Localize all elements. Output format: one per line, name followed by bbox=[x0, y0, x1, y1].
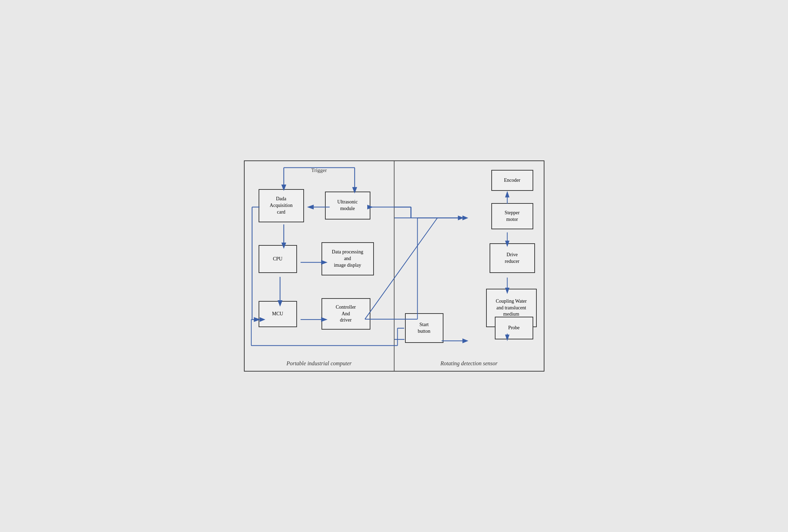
probe-box: Probe bbox=[495, 317, 533, 339]
stepper-box: Steppermotor bbox=[491, 203, 533, 229]
coupling-label: Coupling Waterand translucentmedium bbox=[496, 298, 527, 318]
encoder-label: Encoder bbox=[504, 177, 520, 184]
mcu-label: MCU bbox=[272, 311, 283, 317]
ultrasonic-label: Ultrasonicmodule bbox=[337, 199, 357, 212]
data-processing-box: Data processingandimage display bbox=[321, 242, 374, 275]
controller-box: ControllerAnddriver bbox=[321, 298, 370, 330]
cpu-label: CPU bbox=[273, 256, 282, 263]
stepper-label: Steppermotor bbox=[505, 210, 520, 223]
encoder-box: Encoder bbox=[491, 170, 533, 191]
probe-label: Probe bbox=[508, 325, 520, 331]
dada-acquisition-box: DadaAcquisitioncard bbox=[259, 189, 304, 222]
right-panel-label: Rotating detection sensor bbox=[440, 360, 498, 367]
diagram-wrapper: Trigger DadaAcquisitioncard Ultrasonicmo… bbox=[237, 153, 551, 379]
outer-container: Trigger DadaAcquisitioncard Ultrasonicmo… bbox=[244, 160, 544, 372]
controller-label: ControllerAnddriver bbox=[336, 304, 356, 324]
data-processing-label: Data processingandimage display bbox=[332, 249, 363, 269]
ultrasonic-box: Ultrasonicmodule bbox=[325, 192, 370, 220]
trigger-label: Trigger bbox=[311, 167, 327, 173]
drive-reducer-label: Drivereducer bbox=[505, 252, 520, 265]
left-panel: Trigger DadaAcquisitioncard Ultrasonicmo… bbox=[245, 161, 395, 371]
left-panel-label: Portable industrial computer bbox=[287, 360, 352, 367]
drive-reducer-box: Drivereducer bbox=[490, 243, 535, 273]
mcu-box: MCU bbox=[259, 301, 297, 327]
start-button-label: Startbutton bbox=[418, 322, 431, 335]
start-button-box: Startbutton bbox=[405, 313, 443, 343]
cpu-box: CPU bbox=[259, 245, 297, 273]
dada-label: DadaAcquisitioncard bbox=[270, 196, 292, 216]
right-panel: Encoder Steppermotor Drivereducer Coupli… bbox=[395, 161, 544, 371]
